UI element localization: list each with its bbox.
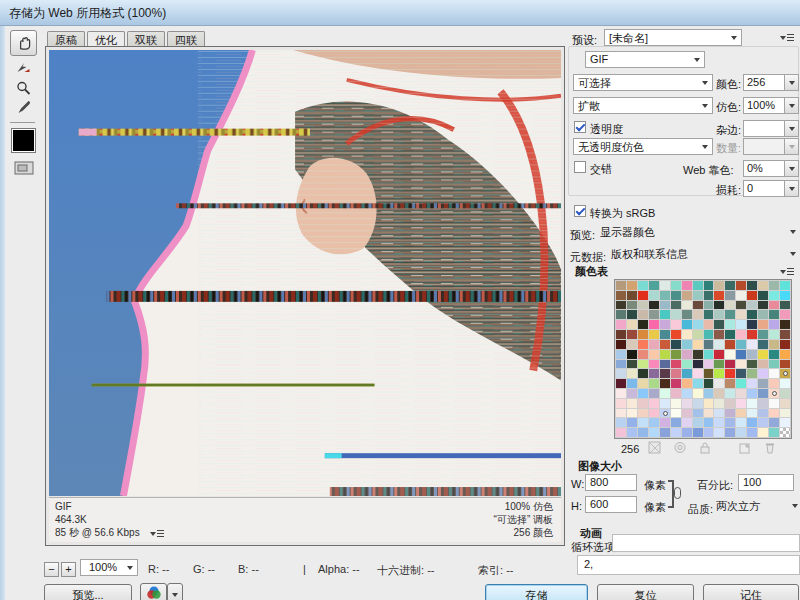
dither-value[interactable]: 100% [743,97,785,114]
color-swatch[interactable] [638,281,648,290]
color-swatch[interactable] [704,320,714,329]
remember-button[interactable]: 记住 [703,584,799,600]
dither-dropdown-button[interactable] [784,97,799,114]
color-swatch[interactable] [736,291,746,300]
color-swatch[interactable] [780,379,790,388]
color-swatch[interactable] [714,389,724,398]
color-swatch[interactable] [725,360,735,369]
color-swatch[interactable] [758,310,768,319]
color-swatch[interactable] [682,389,692,398]
color-swatch[interactable] [671,418,681,427]
eyedropper-color-swatch[interactable] [11,128,36,153]
color-swatch[interactable] [693,291,703,300]
download-time-menu-icon[interactable] [150,528,164,539]
color-swatch[interactable] [638,409,648,418]
color-swatch[interactable] [736,418,746,427]
color-swatch[interactable] [627,281,637,290]
color-swatch[interactable] [671,379,681,388]
color-swatch[interactable] [714,399,724,408]
color-swatch[interactable] [616,340,626,349]
color-swatch[interactable] [769,389,779,398]
color-swatch[interactable] [714,350,724,359]
lossy-value[interactable]: 0 [743,180,785,197]
color-swatch[interactable] [638,360,648,369]
color-swatch[interactable] [704,340,714,349]
color-swatch[interactable] [747,360,757,369]
color-swatch[interactable] [704,399,714,408]
color-swatch[interactable] [649,350,659,359]
color-swatch[interactable] [660,369,670,378]
color-swatch[interactable] [736,428,746,437]
optimized-preview-image[interactable] [49,50,561,496]
color-swatch[interactable] [671,340,681,349]
color-swatch[interactable] [714,379,724,388]
color-swatch[interactable] [660,428,670,437]
websnap-dropdown-button[interactable] [784,160,799,177]
color-swatch[interactable] [725,428,735,437]
color-swatch[interactable] [736,399,746,408]
preview-in-browser-button[interactable]: 预览... [44,584,132,600]
color-swatch[interactable] [747,340,757,349]
color-swatch[interactable] [616,409,626,418]
color-swatch[interactable] [704,291,714,300]
color-swatch[interactable] [649,399,659,408]
color-swatch[interactable] [682,330,692,339]
color-swatch[interactable] [704,281,714,290]
toggle-slices-visibility[interactable] [11,158,36,178]
color-swatch[interactable] [758,379,768,388]
color-swatch[interactable] [638,330,648,339]
quality-select[interactable]: 两次立方 [716,498,798,515]
color-swatch[interactable] [714,320,724,329]
color-swatch[interactable] [616,389,626,398]
color-swatch[interactable] [747,350,757,359]
color-swatch[interactable] [725,379,735,388]
color-swatch[interactable] [638,399,648,408]
new-color-icon[interactable] [738,441,752,454]
color-swatch[interactable] [736,389,746,398]
color-swatch[interactable] [682,418,692,427]
color-swatch[interactable] [660,379,670,388]
color-swatch[interactable] [736,379,746,388]
color-swatch[interactable] [682,320,692,329]
color-swatch[interactable] [747,310,757,319]
color-swatch[interactable] [638,389,648,398]
color-swatch[interactable] [758,330,768,339]
color-swatch[interactable] [671,409,681,418]
color-swatch[interactable] [660,340,670,349]
color-swatch[interactable] [704,301,714,310]
color-swatch[interactable] [682,310,692,319]
colors-dropdown-button[interactable] [784,74,799,91]
animation-frame-box[interactable]: 2, [577,555,800,575]
color-swatch[interactable] [747,301,757,310]
color-swatch[interactable] [725,330,735,339]
color-swatch[interactable] [660,399,670,408]
color-swatch[interactable] [747,418,757,427]
color-swatch[interactable] [780,428,790,437]
color-swatch[interactable] [725,291,735,300]
browser-select-arrow[interactable] [167,583,183,600]
dither-method-select[interactable]: 扩散 [573,97,713,114]
color-swatch[interactable] [725,399,735,408]
color-swatch[interactable] [704,409,714,418]
color-swatch[interactable] [638,428,648,437]
color-swatch[interactable] [671,310,681,319]
color-swatch[interactable] [693,418,703,427]
color-swatch[interactable] [780,301,790,310]
color-swatch[interactable] [780,369,790,378]
percent-input[interactable]: 100 [738,474,794,491]
color-swatch[interactable] [627,320,637,329]
color-swatch[interactable] [671,360,681,369]
color-swatch[interactable] [736,350,746,359]
color-swatch[interactable] [714,330,724,339]
color-swatch[interactable] [747,369,757,378]
color-swatch[interactable] [769,360,779,369]
color-swatch[interactable] [769,428,779,437]
color-swatch[interactable] [649,330,659,339]
color-swatch[interactable] [660,291,670,300]
color-swatch[interactable] [660,301,670,310]
color-swatch[interactable] [671,281,681,290]
color-swatch[interactable] [627,330,637,339]
color-swatch[interactable] [627,418,637,427]
color-swatch[interactable] [616,310,626,319]
color-swatch[interactable] [693,340,703,349]
